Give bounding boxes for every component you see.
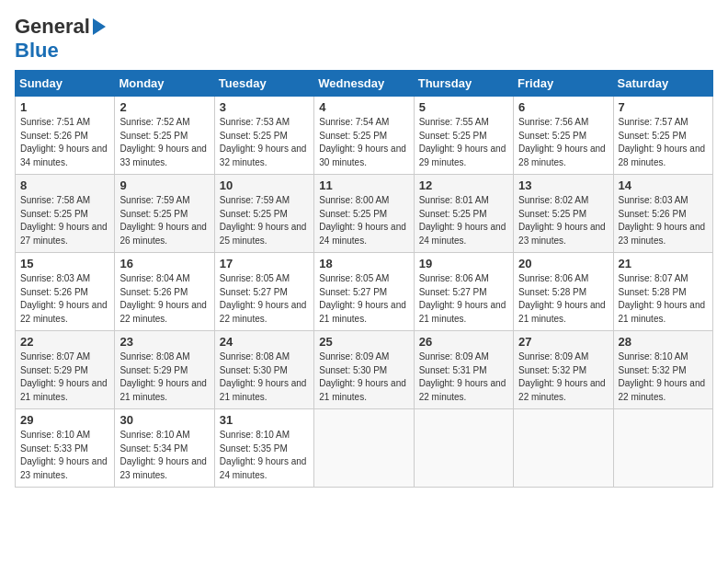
day-cell-24: 24Sunrise: 8:08 AMSunset: 5:30 PMDayligh… xyxy=(214,331,313,409)
day-info: Sunrise: 8:10 AMSunset: 5:34 PMDaylight:… xyxy=(119,429,209,482)
weekday-header-wednesday: Wednesday xyxy=(314,71,414,97)
day-cell-4: 4Sunrise: 7:54 AMSunset: 5:25 PMDaylight… xyxy=(314,97,414,175)
day-number: 14 xyxy=(619,178,708,192)
day-number: 25 xyxy=(319,335,408,349)
day-number: 3 xyxy=(220,100,309,114)
day-number: 27 xyxy=(518,335,608,349)
day-info: Sunrise: 7:53 AMSunset: 5:25 PMDaylight:… xyxy=(220,116,309,169)
day-cell-6: 6Sunrise: 7:56 AMSunset: 5:25 PMDaylight… xyxy=(514,97,613,175)
day-number: 2 xyxy=(119,100,209,114)
day-cell-13: 13Sunrise: 8:02 AMSunset: 5:25 PMDayligh… xyxy=(514,175,613,253)
day-info: Sunrise: 7:57 AMSunset: 5:25 PMDaylight:… xyxy=(619,116,708,169)
empty-cell xyxy=(414,409,513,488)
day-info: Sunrise: 8:10 AMSunset: 5:35 PMDaylight:… xyxy=(220,429,309,482)
day-number: 4 xyxy=(319,100,408,114)
day-number: 10 xyxy=(220,178,309,192)
day-number: 12 xyxy=(419,178,508,192)
day-info: Sunrise: 8:03 AMSunset: 5:26 PMDaylight:… xyxy=(619,194,708,247)
day-cell-11: 11Sunrise: 8:00 AMSunset: 5:25 PMDayligh… xyxy=(314,175,414,253)
day-number: 24 xyxy=(220,335,309,349)
day-info: Sunrise: 8:02 AMSunset: 5:25 PMDaylight:… xyxy=(518,194,608,247)
day-number: 5 xyxy=(419,100,508,114)
day-cell-18: 18Sunrise: 8:05 AMSunset: 5:27 PMDayligh… xyxy=(314,253,414,331)
day-info: Sunrise: 8:07 AMSunset: 5:29 PMDaylight:… xyxy=(20,350,109,404)
calendar-table: SundayMondayTuesdayWednesdayThursdayFrid… xyxy=(15,70,713,488)
day-number: 18 xyxy=(319,257,408,270)
day-info: Sunrise: 8:00 AMSunset: 5:25 PMDaylight:… xyxy=(319,194,408,247)
day-cell-21: 21Sunrise: 8:07 AMSunset: 5:28 PMDayligh… xyxy=(613,253,712,331)
day-info: Sunrise: 7:59 AMSunset: 5:25 PMDaylight:… xyxy=(220,194,309,247)
day-info: Sunrise: 7:51 AMSunset: 5:26 PMDaylight:… xyxy=(20,116,109,169)
day-info: Sunrise: 8:09 AMSunset: 5:32 PMDaylight:… xyxy=(518,350,608,404)
day-cell-19: 19Sunrise: 8:06 AMSunset: 5:27 PMDayligh… xyxy=(414,253,513,331)
day-info: Sunrise: 8:05 AMSunset: 5:27 PMDaylight:… xyxy=(220,272,309,326)
day-info: Sunrise: 7:59 AMSunset: 5:25 PMDaylight:… xyxy=(119,194,209,247)
day-number: 26 xyxy=(419,335,508,349)
day-info: Sunrise: 8:10 AMSunset: 5:33 PMDaylight:… xyxy=(20,429,109,482)
day-info: Sunrise: 7:55 AMSunset: 5:25 PMDaylight:… xyxy=(419,116,508,169)
day-info: Sunrise: 7:56 AMSunset: 5:25 PMDaylight:… xyxy=(518,116,608,169)
empty-cell xyxy=(314,409,414,488)
logo-blue: Blue xyxy=(15,39,59,62)
day-number: 13 xyxy=(518,178,608,192)
day-cell-30: 30Sunrise: 8:10 AMSunset: 5:34 PMDayligh… xyxy=(115,409,214,488)
day-number: 11 xyxy=(319,178,408,192)
day-info: Sunrise: 8:04 AMSunset: 5:26 PMDaylight:… xyxy=(119,272,209,326)
day-cell-9: 9Sunrise: 7:59 AMSunset: 5:25 PMDaylight… xyxy=(115,175,214,253)
day-cell-25: 25Sunrise: 8:09 AMSunset: 5:30 PMDayligh… xyxy=(314,331,414,409)
day-cell-15: 15Sunrise: 8:03 AMSunset: 5:26 PMDayligh… xyxy=(16,253,115,331)
day-number: 29 xyxy=(20,413,109,427)
day-number: 16 xyxy=(119,257,209,270)
day-cell-28: 28Sunrise: 8:10 AMSunset: 5:32 PMDayligh… xyxy=(613,331,712,409)
day-info: Sunrise: 8:09 AMSunset: 5:30 PMDaylight:… xyxy=(319,350,408,404)
day-cell-16: 16Sunrise: 8:04 AMSunset: 5:26 PMDayligh… xyxy=(115,253,214,331)
day-cell-3: 3Sunrise: 7:53 AMSunset: 5:25 PMDaylight… xyxy=(214,97,313,175)
day-cell-31: 31Sunrise: 8:10 AMSunset: 5:35 PMDayligh… xyxy=(214,409,313,488)
day-number: 22 xyxy=(20,335,109,349)
day-info: Sunrise: 8:06 AMSunset: 5:28 PMDaylight:… xyxy=(518,272,608,326)
day-number: 15 xyxy=(20,257,109,270)
day-info: Sunrise: 8:08 AMSunset: 5:29 PMDaylight:… xyxy=(119,350,209,404)
day-number: 28 xyxy=(619,335,708,349)
empty-cell xyxy=(613,409,712,488)
day-info: Sunrise: 8:01 AMSunset: 5:25 PMDaylight:… xyxy=(419,194,508,247)
day-info: Sunrise: 8:03 AMSunset: 5:26 PMDaylight:… xyxy=(20,272,109,326)
day-number: 19 xyxy=(419,257,508,270)
day-number: 8 xyxy=(20,178,109,192)
day-cell-14: 14Sunrise: 8:03 AMSunset: 5:26 PMDayligh… xyxy=(613,175,712,253)
day-cell-23: 23Sunrise: 8:08 AMSunset: 5:29 PMDayligh… xyxy=(115,331,214,409)
day-info: Sunrise: 7:58 AMSunset: 5:25 PMDaylight:… xyxy=(20,194,109,247)
day-number: 31 xyxy=(220,413,309,427)
weekday-header-saturday: Saturday xyxy=(613,71,712,97)
day-number: 21 xyxy=(619,257,708,270)
empty-cell xyxy=(514,409,613,488)
day-number: 17 xyxy=(220,257,309,270)
day-info: Sunrise: 8:05 AMSunset: 5:27 PMDaylight:… xyxy=(319,272,408,326)
day-cell-7: 7Sunrise: 7:57 AMSunset: 5:25 PMDaylight… xyxy=(613,97,712,175)
day-cell-27: 27Sunrise: 8:09 AMSunset: 5:32 PMDayligh… xyxy=(514,331,613,409)
day-number: 1 xyxy=(20,100,109,114)
day-number: 6 xyxy=(518,100,608,114)
weekday-header-monday: Monday xyxy=(115,71,214,97)
day-cell-26: 26Sunrise: 8:09 AMSunset: 5:31 PMDayligh… xyxy=(414,331,513,409)
day-cell-22: 22Sunrise: 8:07 AMSunset: 5:29 PMDayligh… xyxy=(16,331,115,409)
day-info: Sunrise: 8:10 AMSunset: 5:32 PMDaylight:… xyxy=(619,350,708,404)
day-cell-12: 12Sunrise: 8:01 AMSunset: 5:25 PMDayligh… xyxy=(414,175,513,253)
day-cell-20: 20Sunrise: 8:06 AMSunset: 5:28 PMDayligh… xyxy=(514,253,613,331)
day-info: Sunrise: 8:06 AMSunset: 5:27 PMDaylight:… xyxy=(419,272,508,326)
day-number: 20 xyxy=(518,257,608,270)
day-cell-8: 8Sunrise: 7:58 AMSunset: 5:25 PMDaylight… xyxy=(16,175,115,253)
day-cell-17: 17Sunrise: 8:05 AMSunset: 5:27 PMDayligh… xyxy=(214,253,313,331)
day-cell-2: 2Sunrise: 7:52 AMSunset: 5:25 PMDaylight… xyxy=(115,97,214,175)
logo-arrow-icon xyxy=(93,18,106,35)
day-number: 23 xyxy=(119,335,209,349)
logo: General Blue xyxy=(15,15,106,63)
day-cell-10: 10Sunrise: 7:59 AMSunset: 5:25 PMDayligh… xyxy=(214,175,313,253)
weekday-header-tuesday: Tuesday xyxy=(214,71,313,97)
weekday-header-sunday: Sunday xyxy=(16,71,115,97)
logo-general: General xyxy=(15,15,90,39)
day-info: Sunrise: 7:54 AMSunset: 5:25 PMDaylight:… xyxy=(319,116,408,169)
day-cell-1: 1Sunrise: 7:51 AMSunset: 5:26 PMDaylight… xyxy=(16,97,115,175)
day-cell-29: 29Sunrise: 8:10 AMSunset: 5:33 PMDayligh… xyxy=(16,409,115,488)
page-header: General Blue xyxy=(15,15,713,63)
